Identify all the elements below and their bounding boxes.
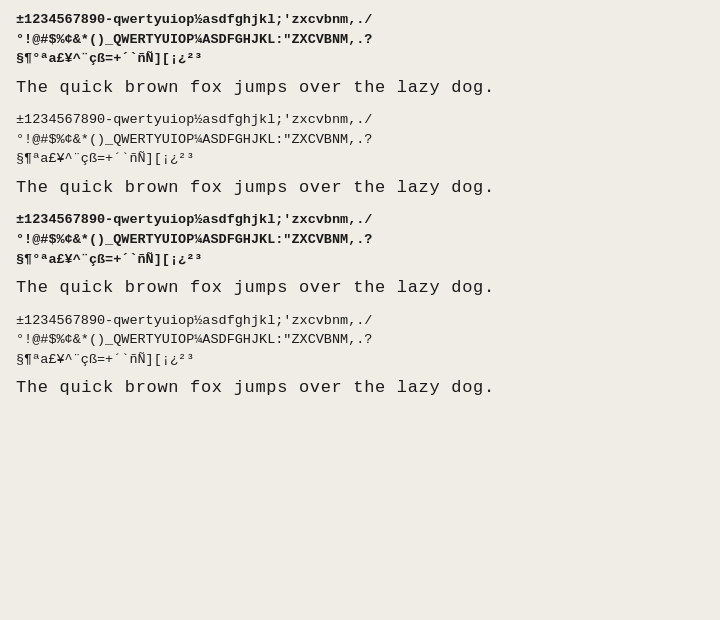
font-block-1: ±1234567890-qwertyuiop½asdfghjkl;'zxcvbn… [16, 10, 704, 100]
charset-line-2-block-2: °!@#$%¢&*()_QWERTYUIOP¼ASDFGHJKL:"ZXCVBN… [16, 130, 704, 150]
charset-line-3-block-2: §¶ªa£¥^¨çß=+´`ñÑ][¡¿²³ [16, 149, 704, 169]
charset-line-1-block-4: ±1234567890-qwertyuiop½asdfghjkl;'zxcvbn… [16, 311, 704, 331]
charset-line-1-block-3: ±1234567890-qwertyuiop½asdfghjkl;'zxcvbn… [16, 210, 704, 230]
pangram-block-2: The quick brown fox jumps over the lazy … [16, 175, 704, 201]
pangram-block-4: The quick brown fox jumps over the lazy … [16, 375, 704, 401]
charset-line-1-block-1: ±1234567890-qwertyuiop½asdfghjkl;'zxcvbn… [16, 10, 704, 30]
charset-line-2-block-4: °!@#$%¢&*()_QWERTYUIOP¼ASDFGHJKL:"ZXCVBN… [16, 330, 704, 350]
font-block-2: ±1234567890-qwertyuiop½asdfghjkl;'zxcvbn… [16, 110, 704, 200]
charset-line-3-block-1: §¶°ªa£¥^¨çß=+´`ñÑ][¡¿²³ [16, 49, 704, 69]
charset-line-3-block-4: §¶ªa£¥^¨çß=+´`ñÑ][¡¿²³ [16, 350, 704, 370]
font-block-4: ±1234567890-qwertyuiop½asdfghjkl;'zxcvbn… [16, 311, 704, 401]
pangram-block-3: The quick brown fox jumps over the lazy … [16, 275, 704, 301]
pangram-block-1: The quick brown fox jumps over the lazy … [16, 75, 704, 101]
font-specimen-container: ±1234567890-qwertyuiop½asdfghjkl;'zxcvbn… [16, 10, 704, 401]
charset-line-1-block-2: ±1234567890-qwertyuiop½asdfghjkl;'zxcvbn… [16, 110, 704, 130]
charset-line-2-block-1: °!@#$%¢&*()_QWERTYUIOP¼ASDFGHJKL:"ZXCVBN… [16, 30, 704, 50]
charset-line-3-block-3: §¶°ªa£¥^¨çß=+´`ñÑ][¡¿²³ [16, 250, 704, 270]
charset-line-2-block-3: °!@#$%¢&*()_QWERTYUIOP¼ASDFGHJKL:"ZXCVBN… [16, 230, 704, 250]
font-block-3: ±1234567890-qwertyuiop½asdfghjkl;'zxcvbn… [16, 210, 704, 300]
